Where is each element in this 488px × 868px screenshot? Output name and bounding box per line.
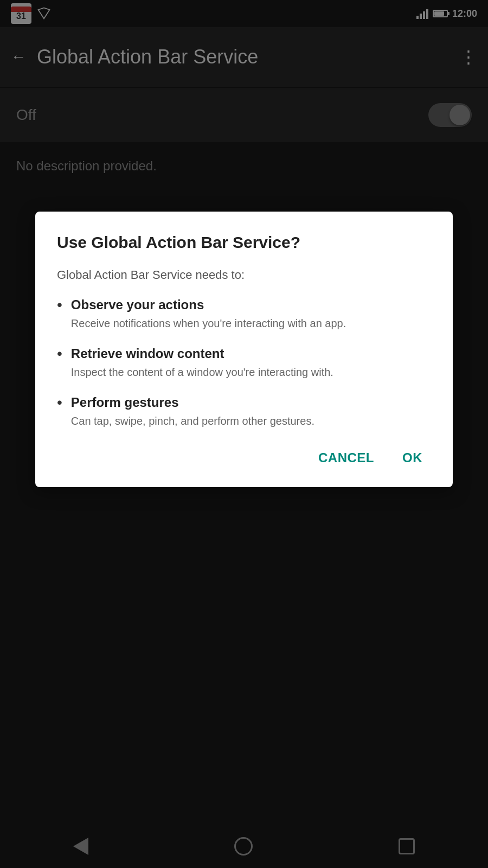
permission-content-3: Perform gestures Can tap, swipe, pinch, … (71, 395, 314, 429)
permission-item-retrieve: • Retrieve window content Inspect the co… (57, 346, 431, 380)
bullet-2: • (57, 345, 62, 362)
permission-content-1: Observe your actions Receive notificatio… (71, 297, 346, 331)
cancel-button[interactable]: CANCEL (310, 445, 383, 471)
permission-title-1: Observe your actions (71, 297, 346, 312)
permission-item-observe: • Observe your actions Receive notificat… (57, 297, 431, 331)
permission-desc-1: Receive notifications when you're intera… (71, 316, 346, 331)
permission-desc-2: Inspect the content of a window you're i… (71, 365, 333, 380)
dialog-buttons: CANCEL OK (57, 445, 431, 471)
permission-title-3: Perform gestures (71, 395, 314, 410)
permission-desc-3: Can tap, swipe, pinch, and perform other… (71, 413, 314, 429)
dialog-title: Use Global Action Bar Service? (57, 233, 431, 252)
ok-button[interactable]: OK (394, 445, 431, 471)
permission-content-2: Retrieve window content Inspect the cont… (71, 346, 333, 380)
bullet-1: • (57, 296, 62, 314)
permission-dialog: Use Global Action Bar Service? Global Ac… (35, 212, 453, 487)
dialog-subtitle: Global Action Bar Service needs to: (57, 268, 431, 282)
permission-title-2: Retrieve window content (71, 346, 333, 361)
permission-item-gestures: • Perform gestures Can tap, swipe, pinch… (57, 395, 431, 429)
bullet-3: • (57, 394, 62, 411)
